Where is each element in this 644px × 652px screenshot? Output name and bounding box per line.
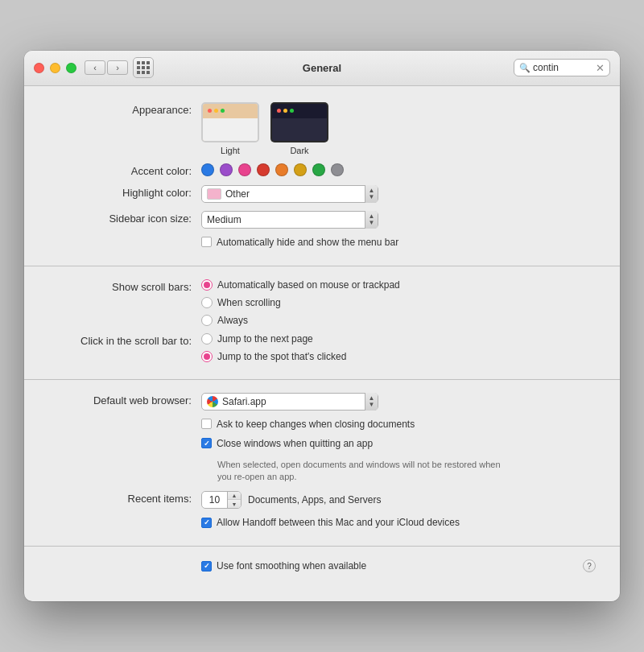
font-smoothing-content: Use font smoothing when available ? <box>201 559 596 577</box>
dark-mockup <box>272 104 327 141</box>
handoff-checkbox-row: Allow Handoff between this Mac and your … <box>201 517 460 528</box>
accent-graphite[interactable] <box>331 163 344 176</box>
show-scroll-bars-label: Show scroll bars: <box>48 279 201 293</box>
sidebar-icon-size-content: Medium ▲ ▼ <box>201 211 596 229</box>
stepper-up-button[interactable]: ▲ <box>228 491 241 500</box>
sidebar-size-value: Medium <box>207 214 242 225</box>
scroll-scrolling-radio-btn[interactable] <box>201 297 213 308</box>
handoff-label: Allow Handoff between this Mac and your … <box>217 517 460 528</box>
recent-items-content: 10 ▲ ▼ Documents, Apps, and Servers <box>201 491 596 509</box>
ask-changes-label: Ask to keep changes when closing documen… <box>217 419 415 430</box>
highlight-color-content: Other ▲ ▼ <box>201 185 596 203</box>
search-clear-button[interactable]: ✕ <box>596 62 605 74</box>
help-button[interactable]: ? <box>583 559 596 572</box>
default-browser-label: Default web browser: <box>48 393 201 406</box>
dot-red <box>208 109 212 113</box>
highlight-value: Other <box>225 188 250 200</box>
scroll-auto-label: Automatically based on mouse or trackpad <box>217 279 400 291</box>
handoff-row: Allow Handoff between this Mac and your … <box>48 517 596 533</box>
dark-mockup-dots <box>277 109 294 113</box>
highlight-color-row: Highlight color: Other ▲ ▼ <box>48 185 596 203</box>
titlebar: ‹ › General 🔍 contin ✕ <box>24 51 620 86</box>
accent-purple[interactable] <box>220 163 233 176</box>
light-mockup <box>203 104 258 141</box>
minimize-button[interactable] <box>50 63 60 73</box>
appearance-content: Light Dark <box>201 102 596 155</box>
accent-yellow[interactable] <box>294 163 307 176</box>
close-button[interactable] <box>34 63 44 73</box>
font-smoothing-checkbox-row: Use font smoothing when available ? <box>201 559 596 572</box>
jump-spot-radio-btn[interactable] <box>201 351 213 362</box>
font-smoothing-row: Use font smoothing when available ? <box>48 559 596 577</box>
menu-bar-checkbox[interactable] <box>201 237 212 247</box>
recent-items-stepper[interactable]: 10 ▲ ▼ <box>201 491 242 509</box>
accent-red[interactable] <box>257 163 270 176</box>
highlight-swatch <box>207 188 221 200</box>
maximize-button[interactable] <box>66 63 76 73</box>
recent-items-value: 10 <box>202 491 228 509</box>
chevron-down-icon: ▼ <box>369 402 375 408</box>
accent-green[interactable] <box>312 163 325 176</box>
safari-icon <box>207 396 218 407</box>
stepper-down-button[interactable]: ▼ <box>228 500 241 509</box>
jump-page-radio[interactable]: Jump to the next page <box>201 333 313 345</box>
search-input[interactable]: contin <box>533 62 596 73</box>
recent-items-label: Recent items: <box>48 491 201 505</box>
font-smoothing-label: Use font smoothing when available <box>217 560 578 572</box>
dark-label: Dark <box>290 146 308 155</box>
menu-bar-checkbox-row: Automatically hide and show the menu bar <box>201 237 398 248</box>
appearance-row: Appearance: Li <box>48 102 596 155</box>
highlight-dropdown-arrows: ▲ ▼ <box>365 185 378 203</box>
sidebar-icon-size-dropdown[interactable]: Medium ▲ ▼ <box>201 211 378 229</box>
light-appearance-option[interactable]: Light <box>201 102 259 155</box>
sidebar-size-text: Medium <box>207 214 242 225</box>
accent-blue[interactable] <box>201 163 214 176</box>
recent-items-controls: 10 ▲ ▼ Documents, Apps, and Servers <box>201 491 381 509</box>
appearance-label: Appearance: <box>48 102 201 116</box>
accent-colors <box>201 163 344 176</box>
jump-spot-label: Jump to the spot that's clicked <box>217 351 346 362</box>
dark-appearance-option[interactable]: Dark <box>270 102 328 155</box>
dot-green <box>221 109 225 113</box>
dot-yellow <box>283 109 287 113</box>
close-windows-label: Close windows when quitting an app <box>217 438 373 449</box>
grid-button[interactable] <box>133 57 154 78</box>
chevron-down-icon: ▼ <box>369 220 375 226</box>
close-windows-checkbox[interactable] <box>201 438 212 448</box>
menu-bar-label <box>48 237 201 238</box>
default-browser-content: Safari.app ▲ ▼ <box>201 393 596 411</box>
forward-button[interactable]: › <box>107 60 128 75</box>
ask-changes-checkbox[interactable] <box>201 419 212 429</box>
scroll-always-radio[interactable]: Always <box>201 315 248 326</box>
sidebar-icon-size-row: Sidebar icon size: Medium ▲ ▼ <box>48 211 596 229</box>
divider-1 <box>24 266 620 266</box>
default-browser-dropdown[interactable]: Safari.app ▲ ▼ <box>201 393 378 411</box>
documents-empty-label <box>48 419 201 420</box>
scroll-bars-options: Automatically based on mouse or trackpad… <box>201 279 596 330</box>
recent-items-row: Recent items: 10 ▲ ▼ Documents, Apps, an… <box>48 491 596 509</box>
click-scroll-options: Jump to the next page Jump to the spot t… <box>201 333 596 366</box>
handoff-empty-label <box>48 517 201 518</box>
window: ‹ › General 🔍 contin ✕ Appearance: <box>24 51 620 602</box>
scroll-auto-radio-btn[interactable] <box>201 279 213 291</box>
handoff-checkbox[interactable] <box>201 518 212 528</box>
dot-green <box>290 109 294 113</box>
back-button[interactable]: ‹ <box>85 60 105 75</box>
close-windows-row: Close windows when quitting an app <box>201 438 373 449</box>
search-box[interactable]: 🔍 contin ✕ <box>514 59 610 76</box>
click-scroll-label: Click in the scroll bar to: <box>48 333 201 347</box>
jump-page-radio-btn[interactable] <box>201 333 213 345</box>
font-smoothing-empty-label <box>48 559 201 561</box>
traffic-lights <box>34 63 76 73</box>
grid-icon <box>137 61 150 74</box>
jump-spot-radio[interactable]: Jump to the spot that's clicked <box>201 351 346 362</box>
font-smoothing-checkbox[interactable] <box>201 561 212 572</box>
scroll-scrolling-radio[interactable]: When scrolling <box>201 297 281 308</box>
show-scroll-bars-row: Show scroll bars: Automatically based on… <box>48 279 596 330</box>
scroll-always-radio-btn[interactable] <box>201 315 213 326</box>
accent-pink[interactable] <box>238 163 251 176</box>
scroll-auto-radio[interactable]: Automatically based on mouse or trackpad <box>201 279 400 291</box>
stepper-buttons: ▲ ▼ <box>228 491 241 509</box>
highlight-color-dropdown[interactable]: Other ▲ ▼ <box>201 185 378 203</box>
accent-orange[interactable] <box>275 163 288 176</box>
